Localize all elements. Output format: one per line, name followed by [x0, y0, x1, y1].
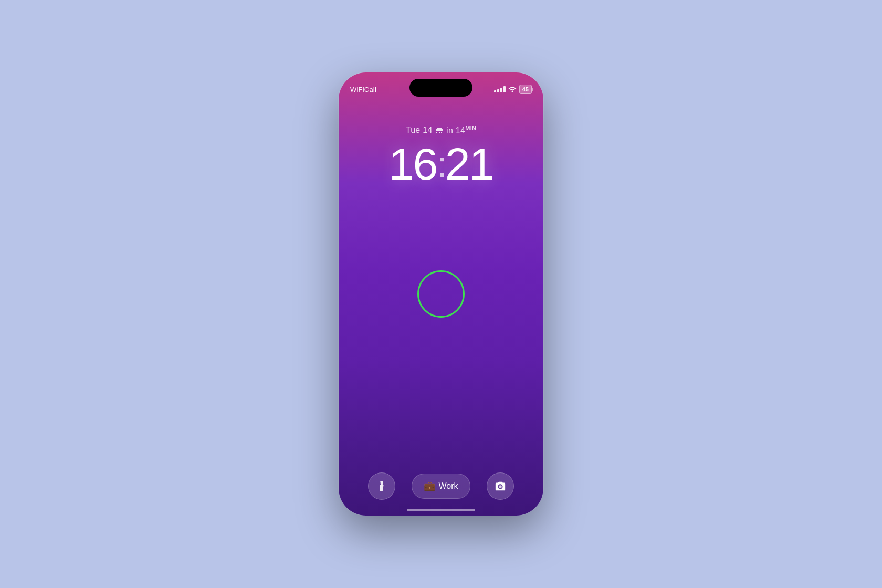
- clock-colon: :: [437, 144, 445, 185]
- clock-minute: 21: [445, 141, 494, 186]
- camera-button[interactable]: [487, 472, 514, 500]
- dynamic-island: [410, 79, 472, 97]
- phone-frame: WiFiCall 45 Tue 14 🌧 in 14MIN: [339, 72, 543, 516]
- battery-indicator: 45: [519, 85, 532, 94]
- briefcase-icon: 💼: [424, 480, 435, 492]
- flashlight-button[interactable]: [368, 472, 395, 500]
- work-label: Work: [438, 481, 458, 491]
- date-weather-bar: Tue 14 🌧 in 14MIN: [339, 125, 543, 135]
- flashlight-action[interactable]: [368, 472, 395, 500]
- battery-level: 45: [522, 86, 529, 92]
- focus-circle: [417, 270, 465, 318]
- date-label: Tue 14: [406, 125, 433, 135]
- lock-clock: 16:21: [339, 140, 543, 187]
- home-indicator: [407, 509, 475, 511]
- weather-text: in 14MIN: [446, 125, 476, 135]
- weather-icon: 🌧: [435, 125, 444, 135]
- svg-point-1: [499, 485, 502, 488]
- wifi-icon: [508, 85, 517, 93]
- bottom-actions: 💼 Work: [339, 472, 543, 500]
- work-button[interactable]: 💼 Work: [412, 474, 470, 499]
- camera-action[interactable]: [487, 472, 514, 500]
- svg-rect-0: [381, 485, 383, 485]
- status-right: 45: [494, 85, 532, 94]
- work-action[interactable]: 💼 Work: [412, 474, 470, 499]
- flashlight-icon: [376, 480, 387, 492]
- camera-icon: [495, 480, 506, 492]
- carrier-label: WiFiCall: [350, 86, 376, 93]
- signal-icon: [494, 86, 506, 92]
- clock-hour: 16: [389, 141, 437, 186]
